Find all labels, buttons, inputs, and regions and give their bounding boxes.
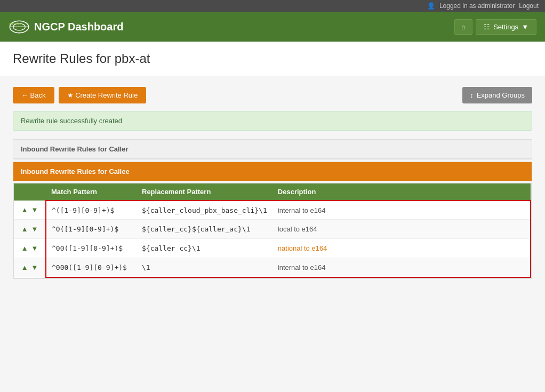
description-cell: internal to e164 — [272, 258, 490, 277]
col-match-pattern: Match Pattern — [46, 183, 137, 201]
chevron-down-icon: ▼ — [522, 23, 528, 31]
table-row: ▲▼^00([1-9][0-9]+)$${caller_cc}\1nationa… — [14, 239, 531, 258]
match-pattern-cell: ^000([1-9][0-9]+)$ — [46, 258, 137, 277]
alert-message: Rewrite rule successfully created — [21, 117, 122, 125]
home-button[interactable]: ⌂ — [454, 19, 472, 35]
table-row: ▲▼^000([1-9][0-9]+)$\1internal to e164 — [14, 258, 531, 277]
user-icon: 👤 — [427, 2, 435, 10]
description-cell: internal to e164 — [272, 201, 490, 220]
row-extra — [490, 239, 531, 258]
settings-button[interactable]: ☷ Settings ▼ — [476, 19, 536, 35]
move-down-button[interactable]: ▼ — [30, 225, 40, 234]
rules-table: Match Pattern Replacement Pattern Descri… — [14, 183, 531, 278]
logout-link[interactable]: Logout — [519, 2, 539, 10]
brand: sip:wise NGCP Dashboard — [9, 19, 123, 35]
main-content: ← Back ★ Create Rewrite Rule ↕ Expand Gr… — [0, 76, 545, 292]
alert-success: Rewrite rule successfully created — [13, 111, 532, 131]
replacement-pattern-cell: ${caller_cloud_pbx_base_cli}\1 — [137, 201, 272, 220]
row-arrows: ▲▼ — [14, 220, 46, 239]
move-up-button[interactable]: ▲ — [20, 205, 30, 214]
row-extra — [490, 220, 531, 239]
sipwise-logo: sip:wise — [9, 19, 30, 35]
inbound-callee-section: Inbound Rewrite Rules for Callee Match P… — [13, 162, 532, 279]
brand-text: NGCP Dashboard — [34, 21, 123, 33]
rules-table-wrapper: Match Pattern Replacement Pattern Descri… — [13, 183, 532, 278]
header-nav: ⌂ ☷ Settings ▼ — [454, 19, 536, 35]
row-arrows: ▲▼ — [14, 258, 46, 277]
description-cell: local to e164 — [272, 220, 490, 239]
table-row: ▲▼^([1-9][0-9]+)$${caller_cloud_pbx_base… — [14, 201, 531, 220]
home-icon: ⌂ — [461, 23, 466, 31]
expand-groups-button[interactable]: ↕ Expand Groups — [462, 87, 532, 103]
create-rewrite-rule-button[interactable]: ★ Create Rewrite Rule — [59, 87, 147, 103]
table-row: ▲▼^0([1-9][0-9]+)$${caller_cc}${caller_a… — [14, 220, 531, 239]
move-up-button[interactable]: ▲ — [20, 263, 30, 272]
move-up-button[interactable]: ▲ — [20, 244, 30, 253]
expand-groups-label: Expand Groups — [477, 91, 525, 99]
match-pattern-cell: ^([1-9][0-9]+)$ — [46, 201, 137, 220]
inbound-caller-section: Inbound Rewrite Rules for Caller — [13, 139, 532, 159]
move-up-button[interactable]: ▲ — [20, 225, 30, 234]
svg-text:sip:wise: sip:wise — [10, 22, 21, 25]
grid-icon: ☷ — [484, 23, 490, 31]
inbound-callee-header[interactable]: Inbound Rewrite Rules for Callee — [13, 162, 532, 181]
action-left: ← Back ★ Create Rewrite Rule — [13, 87, 146, 103]
inbound-caller-header[interactable]: Inbound Rewrite Rules for Caller — [13, 140, 532, 159]
col-extra — [490, 183, 531, 201]
col-description: Description — [272, 183, 490, 201]
move-down-button[interactable]: ▼ — [30, 205, 40, 214]
settings-label: Settings — [493, 23, 518, 31]
action-row: ← Back ★ Create Rewrite Rule ↕ Expand Gr… — [13, 87, 532, 103]
logged-in-text: Logged in as administrator — [439, 2, 515, 10]
move-down-button[interactable]: ▼ — [30, 263, 40, 272]
col-actions — [14, 183, 46, 201]
row-arrows: ▲▼ — [14, 201, 46, 220]
match-pattern-cell: ^0([1-9][0-9]+)$ — [46, 220, 137, 239]
row-extra — [490, 258, 531, 277]
inbound-caller-label: Inbound Rewrite Rules for Caller — [21, 145, 129, 153]
match-pattern-cell: ^00([1-9][0-9]+)$ — [46, 239, 137, 258]
replacement-pattern-cell: \1 — [137, 258, 272, 277]
topbar: 👤 Logged in as administrator Logout — [0, 0, 545, 12]
inbound-callee-label: Inbound Rewrite Rules for Callee — [21, 167, 130, 175]
page-title: Rewrite Rules for pbx-at — [13, 51, 532, 66]
replacement-pattern-cell: ${caller_cc}\1 — [137, 239, 272, 258]
row-arrows: ▲▼ — [14, 239, 46, 258]
page-title-area: Rewrite Rules for pbx-at — [0, 42, 545, 76]
description-cell: national to e164 — [272, 239, 490, 258]
header: sip:wise NGCP Dashboard ⌂ ☷ Settings ▼ — [0, 12, 545, 42]
back-button[interactable]: ← Back — [13, 87, 54, 103]
table-header-row: Match Pattern Replacement Pattern Descri… — [14, 183, 531, 201]
replacement-pattern-cell: ${caller_cc}${caller_ac}\1 — [137, 220, 272, 239]
move-down-button[interactable]: ▼ — [30, 244, 40, 253]
col-replacement-pattern: Replacement Pattern — [137, 183, 272, 201]
row-extra — [490, 201, 531, 220]
expand-icon: ↕ — [470, 91, 474, 99]
